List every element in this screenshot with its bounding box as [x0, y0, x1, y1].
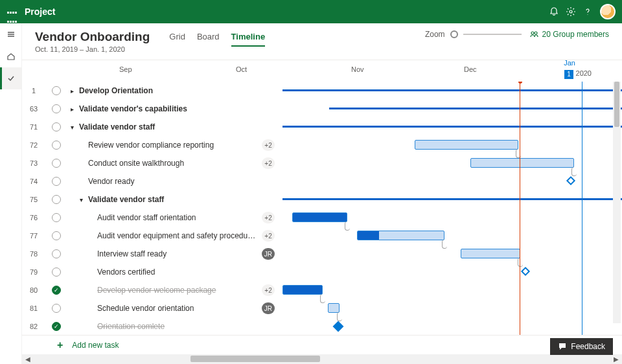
row-number: 75: [22, 196, 45, 203]
complete-toggle[interactable]: [52, 267, 61, 277]
chevron-down-icon[interactable]: ▾: [76, 196, 86, 203]
assignee-badge[interactable]: JR: [262, 248, 275, 260]
task-row[interactable]: 74Vendor ready: [22, 172, 282, 190]
vertical-scrollbar[interactable]: [613, 82, 621, 323]
summary-bar[interactable]: [282, 126, 622, 128]
tab-grid[interactable]: Grid: [169, 32, 185, 47]
task-name[interactable]: Audit vendor staff orientation: [97, 213, 262, 222]
task-row[interactable]: 81Schedule vendor orientationJR: [22, 299, 282, 317]
task-name[interactable]: Validate vendor's capabilities: [79, 104, 282, 113]
assignee-badge[interactable]: +2: [262, 139, 275, 151]
complete-toggle[interactable]: [52, 304, 61, 313]
task-name[interactable]: Audit vendor equipment and safety proced…: [97, 231, 262, 240]
chevron-right-icon[interactable]: ▸: [67, 87, 76, 95]
complete-toggle[interactable]: [52, 322, 61, 331]
complete-toggle[interactable]: [52, 141, 61, 150]
task-bar[interactable]: [461, 249, 520, 258]
zoom-handle[interactable]: [450, 30, 458, 38]
feedback-button[interactable]: Feedback: [550, 338, 613, 355]
task-row[interactable]: 1▸Develop Orientation: [22, 82, 282, 100]
task-bar[interactable]: [415, 140, 518, 150]
task-name[interactable]: Vendors certified: [97, 267, 282, 277]
task-name[interactable]: Validate vendor staff: [79, 122, 282, 131]
task-row[interactable]: 79Vendors certified: [22, 263, 282, 281]
task-row[interactable]: 71▾Validate vendor staff: [22, 118, 282, 136]
task-name[interactable]: Schedule vendor orientation: [97, 304, 262, 313]
gantt-pane: [282, 82, 622, 335]
task-name[interactable]: Interview staff ready: [97, 249, 262, 258]
task-row[interactable]: 72Review vendor compliance reporting+2: [22, 136, 282, 154]
rail-home-button[interactable]: [0, 45, 21, 67]
group-members-button[interactable]: 20 Group members: [529, 30, 609, 39]
scroll-right-arrow[interactable]: ▶: [610, 356, 622, 363]
task-bar[interactable]: [357, 231, 444, 240]
tasks-body: 1▸Develop Orientation63▸Validate vendor'…: [22, 82, 622, 335]
task-bar[interactable]: [292, 212, 347, 222]
horizontal-scrollbar[interactable]: ◀ ▶: [22, 354, 622, 364]
task-bar[interactable]: [470, 158, 574, 168]
task-name[interactable]: Conduct onsite walkthrough: [88, 159, 262, 168]
help-icon[interactable]: [579, 0, 596, 23]
hscroll-thumb[interactable]: [190, 356, 320, 362]
dependency-link: [320, 294, 325, 303]
assignee-badge[interactable]: +2: [262, 230, 275, 242]
zoom-control[interactable]: Zoom: [425, 30, 522, 39]
task-row[interactable]: 78Interview staff readyJR: [22, 245, 282, 263]
task-name[interactable]: Develop Orientation: [79, 86, 282, 95]
task-row[interactable]: 75▾Validate vendor staff: [22, 190, 282, 209]
complete-toggle[interactable]: [52, 122, 61, 131]
complete-toggle[interactable]: [52, 231, 61, 240]
tab-timeline[interactable]: Timeline: [231, 32, 266, 47]
complete-toggle[interactable]: [52, 177, 61, 186]
rail-tasks-button[interactable]: [0, 67, 21, 89]
complete-toggle[interactable]: [52, 286, 61, 295]
zoom-track[interactable]: [463, 34, 522, 35]
zoom-label: Zoom: [425, 30, 445, 39]
row-number: 80: [22, 286, 45, 294]
complete-toggle[interactable]: [52, 104, 61, 113]
summary-bar[interactable]: [282, 89, 622, 91]
chevron-right-icon[interactable]: ▸: [67, 106, 76, 113]
settings-icon[interactable]: [562, 0, 579, 23]
assignee-badge[interactable]: +2: [262, 284, 275, 296]
complete-toggle[interactable]: [52, 213, 61, 222]
task-row[interactable]: 73Conduct onsite walkthrough+2: [22, 154, 282, 172]
task-row[interactable]: 76Audit vendor staff orientation+2: [22, 209, 282, 227]
task-row[interactable]: 80Develop vendor welcome package+2: [22, 281, 282, 299]
add-task-button[interactable]: + Add new task: [22, 335, 622, 354]
task-bar[interactable]: [282, 285, 323, 295]
app-brand: Project: [25, 6, 55, 17]
task-name[interactable]: Review vendor compliance reporting: [88, 141, 262, 150]
view-tabs: Grid Board Timeline: [169, 32, 265, 47]
task-row[interactable]: 77Audit vendor equipment and safety proc…: [22, 227, 282, 245]
task-name[interactable]: Vendor ready: [88, 177, 282, 186]
complete-toggle[interactable]: [52, 249, 61, 258]
milestone-diamond[interactable]: [566, 176, 575, 185]
row-number: 73: [22, 159, 45, 167]
assignee-badge[interactable]: +2: [262, 157, 275, 169]
task-row[interactable]: 82Orientation comlete: [22, 317, 282, 335]
task-row[interactable]: 63▸Validate vendor's capabilities: [22, 100, 282, 118]
complete-toggle[interactable]: [52, 86, 61, 95]
summary-bar[interactable]: [282, 198, 622, 200]
rail-menu-button[interactable]: [0, 23, 21, 45]
task-name[interactable]: Develop vendor welcome package: [97, 286, 262, 295]
milestone-diamond[interactable]: [333, 321, 344, 332]
summary-bar[interactable]: [329, 108, 622, 109]
complete-toggle[interactable]: [52, 159, 61, 168]
scroll-left-arrow[interactable]: ◀: [22, 356, 34, 363]
assignee-badge[interactable]: JR: [262, 302, 275, 314]
today-marker[interactable]: 1: [564, 70, 573, 79]
task-bar[interactable]: [328, 303, 340, 313]
app-launcher-icon[interactable]: [6, 6, 17, 17]
complete-toggle[interactable]: [52, 195, 61, 204]
user-avatar[interactable]: [600, 4, 616, 19]
assignee-badge[interactable]: +2: [262, 212, 275, 223]
notifications-icon[interactable]: [546, 0, 562, 23]
gantt-row: [282, 281, 606, 299]
chevron-down-icon[interactable]: ▾: [67, 124, 76, 131]
milestone-diamond[interactable]: [521, 267, 530, 276]
task-name[interactable]: Validate vendor staff: [88, 195, 282, 204]
tab-board[interactable]: Board: [197, 32, 220, 47]
task-name[interactable]: Orientation comlete: [97, 322, 282, 331]
